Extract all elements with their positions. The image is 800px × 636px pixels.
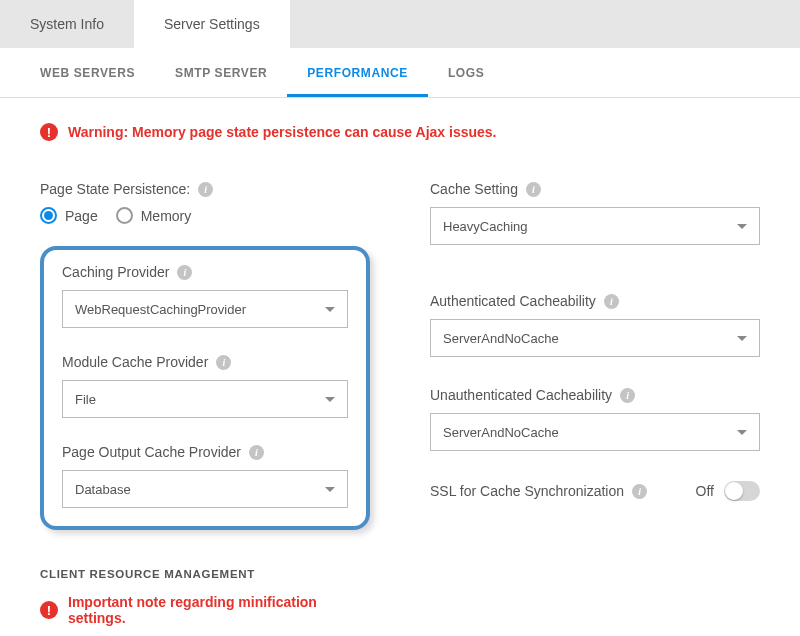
ssl-sync-row: SSL for Cache Synchronization i Off — [430, 481, 760, 501]
cache-setting-value: HeavyCaching — [443, 219, 528, 234]
page-output-cache-provider-block: Page Output Cache Provider i Database — [62, 444, 348, 508]
subtab-performance[interactable]: PERFORMANCE — [287, 50, 428, 97]
module-cache-provider-select[interactable]: File — [62, 380, 348, 418]
sub-tabs: WEB SERVERS SMTP SERVER PERFORMANCE LOGS — [0, 48, 800, 98]
page-state-persistence-label: Page State Persistence: — [40, 181, 190, 197]
radio-page[interactable]: Page — [40, 207, 98, 224]
caching-provider-block: Caching Provider i WebRequestCachingProv… — [62, 264, 348, 328]
radio-circle-icon — [116, 207, 133, 224]
module-cache-provider-label: Module Cache Provider — [62, 354, 208, 370]
module-cache-provider-value: File — [75, 392, 96, 407]
unauthenticated-cacheability-block: Unauthenticated Cacheability i ServerAnd… — [430, 387, 760, 451]
warning-text: Warning: Memory page state persistence c… — [68, 124, 496, 140]
minification-note-text: Important note regarding minification se… — [68, 594, 370, 626]
chevron-down-icon — [737, 336, 747, 341]
highlighted-caching-group: Caching Provider i WebRequestCachingProv… — [40, 246, 370, 530]
chevron-down-icon — [325, 487, 335, 492]
chevron-down-icon — [325, 397, 335, 402]
page-output-cache-provider-value: Database — [75, 482, 131, 497]
info-icon[interactable]: i — [249, 445, 264, 460]
subtab-web-servers[interactable]: WEB SERVERS — [20, 50, 155, 97]
radio-circle-selected-icon — [40, 207, 57, 224]
caching-provider-value: WebRequestCachingProvider — [75, 302, 246, 317]
info-icon[interactable]: i — [620, 388, 635, 403]
chevron-down-icon — [737, 430, 747, 435]
tab-server-settings[interactable]: Server Settings — [134, 0, 290, 48]
cache-setting-label: Cache Setting — [430, 181, 518, 197]
caching-provider-label: Caching Provider — [62, 264, 169, 280]
page-output-cache-provider-select[interactable]: Database — [62, 470, 348, 508]
ssl-sync-state: Off — [696, 483, 714, 499]
ssl-sync-label: SSL for Cache Synchronization — [430, 483, 624, 499]
page-state-persistence-radios: Page Memory — [40, 207, 370, 224]
right-column: Cache Setting i HeavyCaching Authenticat… — [430, 181, 760, 626]
toggle-thumb-icon — [725, 482, 743, 500]
module-cache-provider-block: Module Cache Provider i File — [62, 354, 348, 418]
caching-provider-select[interactable]: WebRequestCachingProvider — [62, 290, 348, 328]
tab-system-info[interactable]: System Info — [0, 0, 134, 48]
info-icon[interactable]: i — [526, 182, 541, 197]
warning-banner: ! Warning: Memory page state persistence… — [40, 123, 760, 141]
chevron-down-icon — [325, 307, 335, 312]
radio-page-label: Page — [65, 208, 98, 224]
left-column: Page State Persistence: i Page Memory Ca… — [40, 181, 370, 626]
minification-note-row: ! Important note regarding minification … — [40, 594, 370, 626]
info-icon[interactable]: i — [604, 294, 619, 309]
warning-icon: ! — [40, 601, 58, 619]
authenticated-cacheability-label: Authenticated Cacheability — [430, 293, 596, 309]
client-resource-management-heading: CLIENT RESOURCE MANAGEMENT — [40, 568, 370, 580]
info-icon[interactable]: i — [216, 355, 231, 370]
cache-setting-block: Cache Setting i HeavyCaching — [430, 181, 760, 245]
info-icon[interactable]: i — [177, 265, 192, 280]
info-icon[interactable]: i — [198, 182, 213, 197]
radio-memory[interactable]: Memory — [116, 207, 192, 224]
ssl-sync-toggle[interactable] — [724, 481, 760, 501]
unauthenticated-cacheability-value: ServerAndNoCache — [443, 425, 559, 440]
info-icon[interactable]: i — [632, 484, 647, 499]
authenticated-cacheability-value: ServerAndNoCache — [443, 331, 559, 346]
page-state-persistence-label-row: Page State Persistence: i — [40, 181, 370, 197]
page-output-cache-provider-label: Page Output Cache Provider — [62, 444, 241, 460]
authenticated-cacheability-block: Authenticated Cacheability i ServerAndNo… — [430, 293, 760, 357]
subtab-smtp-server[interactable]: SMTP SERVER — [155, 50, 287, 97]
subtab-logs[interactable]: LOGS — [428, 50, 504, 97]
unauthenticated-cacheability-label: Unauthenticated Cacheability — [430, 387, 612, 403]
main-tabs: System Info Server Settings — [0, 0, 800, 48]
chevron-down-icon — [737, 224, 747, 229]
unauthenticated-cacheability-select[interactable]: ServerAndNoCache — [430, 413, 760, 451]
authenticated-cacheability-select[interactable]: ServerAndNoCache — [430, 319, 760, 357]
content-area: ! Warning: Memory page state persistence… — [0, 98, 800, 626]
radio-memory-label: Memory — [141, 208, 192, 224]
warning-icon: ! — [40, 123, 58, 141]
cache-setting-select[interactable]: HeavyCaching — [430, 207, 760, 245]
